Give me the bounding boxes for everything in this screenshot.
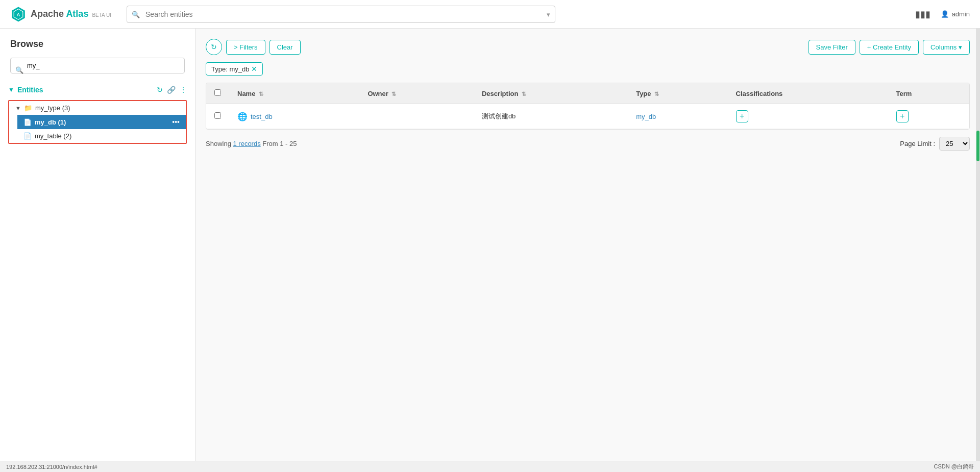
row-checkbox[interactable]	[214, 112, 221, 119]
sidebar-search-input[interactable]	[10, 58, 185, 73]
filters-button[interactable]: > Filters	[226, 40, 265, 55]
pagination-bar: Showing 1 records From 1 - 25 Page Limit…	[206, 137, 970, 151]
table-head: Name ⇅ Owner ⇅ Description ⇅ Type	[206, 83, 969, 104]
table-row: 🌐 test_db 测试创建db my_db	[206, 104, 969, 129]
entities-header[interactable]: ▼ Entities ↻ 🔗 ⋮	[0, 82, 195, 98]
main-content: ↻ > Filters Clear Save Filter + Create E…	[195, 29, 980, 472]
th-description: Description ⇅	[474, 83, 628, 104]
file-icon-db: 📄	[23, 118, 32, 126]
row-name-cell: 🌐 test_db	[229, 104, 359, 129]
results-table-wrapper: Name ⇅ Owner ⇅ Description ⇅ Type	[206, 83, 970, 130]
user-menu[interactable]: 👤 admin	[941, 10, 970, 18]
tree-parent-item[interactable]: ▼ 📁 my_type (3)	[9, 101, 186, 115]
entities-refresh-icon[interactable]: ↻	[157, 86, 163, 94]
filter-tag-type-mydb: Type: my_db ✕	[206, 62, 263, 76]
tree-item-my-table[interactable]: 📄 my_table (2)	[17, 129, 186, 143]
th-owner: Owner ⇅	[359, 83, 474, 104]
add-classification-button[interactable]: +	[736, 110, 748, 122]
create-entity-button[interactable]: + Create Entity	[860, 40, 919, 55]
table-body: 🌐 test_db 测试创建db my_db	[206, 104, 969, 129]
logo: A Apache Atlas BETA UI	[10, 6, 111, 22]
columns-button[interactable]: Columns ▾	[923, 40, 970, 55]
th-term: Term	[888, 83, 969, 104]
user-icon: 👤	[941, 10, 949, 18]
sidebar-search-wrap: 🔍	[0, 58, 195, 82]
th-owner-label: Owner	[368, 90, 388, 97]
logo-apache-text: Apache	[31, 9, 64, 19]
th-classifications-label: Classifications	[736, 90, 783, 97]
entities-more-icon[interactable]: ⋮	[180, 86, 187, 94]
tree-border: ▼ 📁 my_type (3) 📄 my_db (1) ••• 📄 m	[8, 100, 187, 144]
toolbar: ↻ > Filters Clear Save Filter + Create E…	[206, 39, 970, 55]
page-limit-select[interactable]: 10 25 50 100	[939, 137, 970, 151]
toolbar-left: ↻ > Filters Clear	[206, 39, 804, 55]
tree-children: 📄 my_db (1) ••• 📄 my_table (2)	[9, 115, 186, 143]
filter-tag-label: Type: my_db	[211, 65, 249, 73]
entities-expand-icon: ▼	[8, 86, 14, 93]
th-description-sort-icon[interactable]: ⇅	[522, 91, 526, 97]
pagination-info: Showing 1 records From 1 - 25	[206, 140, 297, 147]
header-right: ▮▮▮ 👤 admin	[915, 9, 970, 20]
refresh-button[interactable]: ↻	[206, 39, 222, 55]
status-url: 192.168.202.31:21000/n/index.html#	[6, 464, 97, 470]
th-name-label: Name	[237, 90, 255, 97]
file-icon-table: 📄	[23, 132, 32, 140]
entity-db-icon: 🌐	[237, 112, 248, 121]
tree-item-more-db[interactable]: •••	[172, 118, 180, 126]
main-layout: Browse 🔍 ▼ Entities ↻ 🔗 ⋮ ▼ 📁 my_type (3…	[0, 29, 980, 472]
save-filter-button[interactable]: Save Filter	[808, 40, 855, 55]
th-checkbox	[206, 83, 229, 104]
svg-text:A: A	[17, 12, 20, 17]
table-header-row: Name ⇅ Owner ⇅ Description ⇅ Type	[206, 83, 969, 104]
row-term-cell: +	[888, 104, 969, 129]
th-classifications: Classifications	[728, 83, 888, 104]
logo-icon: A	[10, 6, 27, 22]
folder-icon: 📁	[24, 104, 32, 112]
th-name-sort-icon[interactable]: ⇅	[259, 91, 263, 97]
username-label: admin	[952, 10, 970, 18]
add-term-button[interactable]: +	[896, 110, 909, 122]
search-dropdown-arrow[interactable]: ▾	[547, 10, 550, 18]
showing-text: Showing	[206, 140, 233, 147]
row-description-cell: 测试创建db	[474, 104, 628, 129]
tree-parent-label: my_type (3)	[35, 104, 70, 112]
filter-tag-remove[interactable]: ✕	[251, 65, 257, 73]
chart-icon[interactable]: ▮▮▮	[915, 9, 930, 20]
th-owner-sort-icon[interactable]: ⇅	[391, 91, 396, 97]
entity-tree: ▼ 📁 my_type (3) 📄 my_db (1) ••• 📄 m	[0, 98, 195, 146]
row-description-value: 测试创建db	[482, 112, 516, 120]
entity-name-text: test_db	[251, 113, 273, 120]
from-text: From 1 - 25	[262, 140, 297, 147]
row-type-link[interactable]: my_db	[636, 113, 656, 120]
clear-button[interactable]: Clear	[270, 40, 301, 55]
records-link[interactable]: 1 records	[233, 140, 260, 147]
sidebar-search-icon: 🔍	[15, 66, 23, 73]
row-owner-cell	[359, 104, 474, 129]
th-type-sort-icon[interactable]: ⇅	[654, 91, 659, 97]
row-type-cell: my_db	[628, 104, 727, 129]
logo-atlas-text: Atlas	[66, 9, 88, 19]
parent-expand-icon: ▼	[15, 105, 21, 111]
tree-item-label-db: my_db (1)	[35, 118, 169, 126]
entities-link-icon[interactable]: 🔗	[167, 86, 176, 94]
select-all-checkbox[interactable]	[214, 89, 221, 96]
search-input[interactable]	[127, 6, 555, 23]
scrollbar-thumb	[976, 131, 979, 161]
th-term-label: Term	[896, 90, 912, 97]
status-credit: CSDN @白鸽哥	[934, 463, 974, 470]
th-type: Type ⇅	[628, 83, 727, 104]
entity-name-link[interactable]: 🌐 test_db	[237, 112, 351, 121]
results-table: Name ⇅ Owner ⇅ Description ⇅ Type	[206, 83, 969, 129]
tree-item-my-db[interactable]: 📄 my_db (1) •••	[17, 115, 186, 129]
right-scrollbar	[976, 29, 980, 472]
logo-beta-text: BETA UI	[92, 12, 111, 18]
global-search-bar: 🔍 ▾	[127, 6, 555, 23]
sidebar: Browse 🔍 ▼ Entities ↻ 🔗 ⋮ ▼ 📁 my_type (3…	[0, 29, 195, 472]
entities-actions: ↻ 🔗 ⋮	[157, 86, 187, 94]
entities-label: Entities	[17, 86, 157, 94]
th-name: Name ⇅	[229, 83, 359, 104]
row-classifications-cell: +	[728, 104, 888, 129]
toolbar-right: Save Filter + Create Entity Columns ▾	[808, 40, 970, 55]
browse-title: Browse	[0, 39, 195, 58]
row-checkbox-cell	[206, 104, 229, 129]
